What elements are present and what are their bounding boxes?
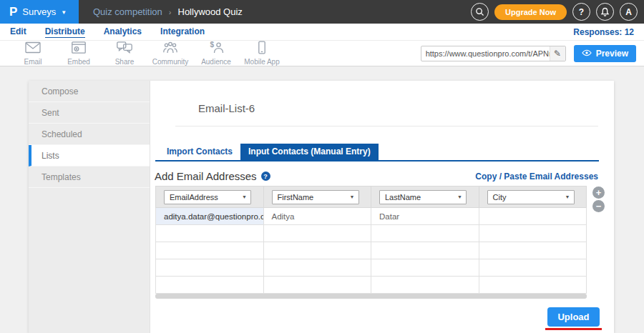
channel-label-audience: Audience — [201, 58, 231, 66]
cell-firstname-row3[interactable] — [263, 242, 371, 259]
cell-city-row3[interactable] — [479, 242, 587, 259]
cell-firstname-row1[interactable]: Aditya — [263, 208, 371, 225]
cell-lastname-row2[interactable] — [371, 225, 479, 242]
list-title: Email-List-6 — [198, 102, 255, 114]
cell-city-row5[interactable] — [479, 277, 587, 294]
column-select-value-lastname: LastName — [385, 193, 421, 202]
tab-underline — [155, 160, 599, 161]
chevron-down-icon: ▼ — [565, 194, 570, 199]
section-title: Add Email Addresses — [155, 170, 257, 182]
surveys-menu[interactable]: P Surveys ▼ — [0, 0, 79, 24]
help-icon[interactable]: ? — [572, 3, 590, 21]
title-divider — [175, 126, 598, 126]
tab-import-contacts[interactable]: Import Contacts — [159, 144, 240, 160]
channel-label-community: Community — [152, 58, 189, 66]
section-nav-items: EditDistributeAnalyticsIntegration — [10, 26, 205, 38]
cell-lastname-row5[interactable] — [371, 277, 479, 294]
column-header-lastname: LastName▼ — [371, 187, 479, 208]
remove-row-button[interactable]: − — [592, 200, 605, 212]
search-icon[interactable] — [471, 3, 489, 21]
notifications-bell-icon[interactable] — [596, 3, 614, 21]
annotation-red-underline — [545, 328, 602, 330]
eye-icon — [582, 49, 592, 59]
nav-item-analytics[interactable]: Analytics — [104, 26, 142, 38]
cell-lastname-row4[interactable] — [371, 259, 479, 277]
column-header-emailaddress: EmailAddress▼ — [156, 187, 264, 208]
chevron-down-icon: ▼ — [242, 194, 247, 199]
survey-url-field[interactable]: https://www.questionpro.com/t/APNrFZ ✎ — [421, 46, 566, 61]
sidebar-item-lists[interactable]: Lists — [29, 145, 150, 166]
column-select-value-firstname: FirstName — [278, 193, 314, 202]
edit-url-pencil-icon[interactable]: ✎ — [550, 46, 565, 61]
cell-emailaddress-row1[interactable]: aditya.datar@questionpro.com — [156, 208, 264, 225]
sidebar-item-templates[interactable]: Templates — [29, 166, 150, 188]
sidebar-item-sent[interactable]: Sent — [29, 102, 150, 124]
channel-audience[interactable]: $Audience — [193, 41, 239, 66]
column-select-value-city: City — [493, 193, 507, 202]
cell-firstname-row2[interactable] — [263, 225, 371, 242]
nav-item-edit[interactable]: Edit — [10, 26, 26, 38]
distribute-toolbar: EmailEmbedShareCommunity$AudienceMobile … — [0, 41, 644, 66]
channel-email[interactable]: Email — [10, 41, 56, 66]
account-avatar[interactable]: A — [620, 3, 638, 21]
cell-emailaddress-row3[interactable] — [156, 242, 264, 259]
email-sidebar: ComposeSentScheduledListsTemplates — [29, 81, 150, 333]
column-header-firstname: FirstName▼ — [263, 187, 371, 208]
table-row — [156, 242, 587, 259]
upgrade-now-button[interactable]: Upgrade Now — [494, 4, 567, 20]
channel-mobile-app[interactable]: Mobile App — [239, 41, 285, 66]
email-lists-panel: ComposeSentScheduledListsTemplates Email… — [29, 81, 614, 333]
channel-share[interactable]: Share — [102, 41, 147, 66]
preview-button-label: Preview — [596, 49, 628, 59]
cell-lastname-row1[interactable]: Datar — [371, 208, 479, 225]
cell-emailaddress-row4[interactable] — [156, 259, 264, 277]
embed-icon — [71, 41, 87, 57]
table-row — [156, 259, 587, 277]
cell-emailaddress-row2[interactable] — [156, 225, 264, 242]
distribute-channels: EmailEmbedShareCommunity$AudienceMobile … — [10, 41, 285, 66]
surveys-menu-label: Surveys — [22, 6, 56, 17]
add-emails-header: Add Email Addresses ? Copy / Paste Email… — [155, 170, 598, 182]
channel-label-mobile-app: Mobile App — [244, 58, 279, 66]
cell-emailaddress-row5[interactable] — [156, 277, 264, 294]
cell-lastname-row3[interactable] — [371, 242, 479, 259]
tab-input-contacts-manual-entry[interactable]: Input Contacts (Manual Entry) — [240, 144, 379, 160]
list-content: Email-List-6 Import ContactsInput Contac… — [150, 81, 614, 333]
cell-firstname-row5[interactable] — [263, 277, 371, 294]
questionpro-logo: P — [9, 6, 17, 18]
audience-icon: $ — [208, 41, 225, 57]
channel-label-share: Share — [115, 58, 135, 66]
copy-paste-emails-link[interactable]: Copy / Paste Email Addresses — [475, 172, 598, 182]
help-tooltip-icon[interactable]: ? — [261, 172, 270, 181]
column-select-emailaddress[interactable]: EmailAddress▼ — [164, 190, 251, 204]
column-select-lastname[interactable]: LastName▼ — [379, 190, 467, 204]
column-header-city: City▼ — [479, 187, 587, 208]
cell-city-row4[interactable] — [479, 259, 587, 277]
channel-label-embed: Embed — [67, 58, 90, 66]
sidebar-item-scheduled[interactable]: Scheduled — [29, 124, 150, 145]
cell-city-row1[interactable] — [479, 208, 587, 225]
breadcrumb-separator-icon: › — [169, 8, 172, 16]
preview-button[interactable]: Preview — [574, 45, 636, 62]
column-select-city[interactable]: City▼ — [487, 190, 575, 204]
nav-item-distribute[interactable]: Distribute — [45, 26, 85, 38]
add-row-button[interactable]: + — [592, 187, 605, 199]
section-nav: EditDistributeAnalyticsIntegration Respo… — [0, 24, 644, 41]
channel-community[interactable]: Community — [147, 41, 193, 66]
table-row: aditya.datar@questionpro.comAdityaDatar — [156, 208, 587, 225]
table-horizontal-scrollbar[interactable] — [155, 294, 587, 299]
breadcrumb-parent[interactable]: Quiz competition — [93, 6, 162, 17]
mobile-app-icon — [253, 41, 270, 57]
breadcrumb-current: Hollywood Quiz — [178, 6, 243, 17]
survey-url-value: https://www.questionpro.com/t/APNrFZ — [421, 49, 550, 58]
chevron-down-icon: ▼ — [457, 194, 462, 199]
nav-item-integration[interactable]: Integration — [160, 26, 205, 38]
channel-embed[interactable]: Embed — [56, 41, 102, 66]
sidebar-item-compose[interactable]: Compose — [29, 81, 150, 102]
column-select-firstname[interactable]: FirstName▼ — [272, 190, 359, 204]
cell-city-row2[interactable] — [479, 225, 587, 242]
upload-button[interactable]: Upload — [547, 307, 600, 327]
contacts-tabs: Import ContactsInput Contacts (Manual En… — [159, 144, 379, 160]
cell-firstname-row4[interactable] — [263, 259, 371, 277]
topbar-actions: Upgrade Now ? A — [471, 0, 644, 24]
